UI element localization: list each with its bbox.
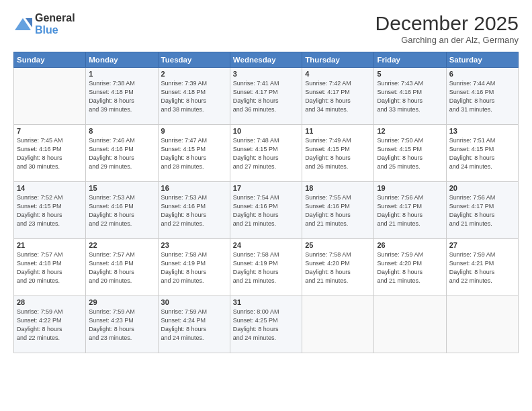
day-info-line: Sunrise: 7:55 AM xyxy=(305,193,371,202)
day-info-line: Sunset: 4:15 PM xyxy=(161,145,227,154)
calendar-cell: 10Sunrise: 7:48 AMSunset: 4:15 PMDayligh… xyxy=(230,125,302,182)
day-info-line: and 24 minutes. xyxy=(449,163,515,171)
day-info-line: and 20 minutes. xyxy=(17,277,83,285)
day-info-line: Daylight: 8 hours xyxy=(89,325,154,334)
calendar-cell: 12Sunrise: 7:50 AMSunset: 4:15 PMDayligh… xyxy=(374,125,446,182)
day-number: 22 xyxy=(89,241,154,249)
day-number: 12 xyxy=(377,127,443,135)
day-info-line: and 36 minutes. xyxy=(233,105,299,114)
title-block: December 2025 Garching an der Alz, Germa… xyxy=(375,12,519,45)
day-info-line: Sunrise: 7:53 AM xyxy=(89,193,154,202)
calendar-cell: 9Sunrise: 7:47 AMSunset: 4:15 PMDaylight… xyxy=(158,125,230,182)
day-info: Sunrise: 7:48 AMSunset: 4:15 PMDaylight:… xyxy=(233,136,299,171)
day-info-line: Sunrise: 7:53 AM xyxy=(161,193,227,202)
day-info-line: Sunrise: 7:58 AM xyxy=(161,250,227,259)
day-info-line: and 21 minutes. xyxy=(305,277,371,285)
day-info-line: Sunset: 4:16 PM xyxy=(161,202,227,211)
day-info-line: Sunrise: 7:59 AM xyxy=(17,308,83,316)
day-info-line: Sunset: 4:16 PM xyxy=(305,202,371,211)
day-number: 10 xyxy=(233,127,299,135)
day-info-line: Daylight: 8 hours xyxy=(449,268,515,277)
day-info-line: and 34 minutes. xyxy=(305,105,371,114)
day-info-line: Sunset: 4:15 PM xyxy=(305,145,371,154)
calendar-cell: 15Sunrise: 7:53 AMSunset: 4:16 PMDayligh… xyxy=(86,182,158,239)
day-info-line: Sunrise: 7:56 AM xyxy=(449,193,515,202)
day-info-line: Sunset: 4:18 PM xyxy=(17,259,83,268)
day-info-line: Sunrise: 7:44 AM xyxy=(449,79,515,88)
day-info-line: Sunrise: 7:46 AM xyxy=(89,136,154,145)
day-info-line: Daylight: 8 hours xyxy=(17,268,83,277)
calendar-cell: 23Sunrise: 7:58 AMSunset: 4:19 PMDayligh… xyxy=(158,239,230,296)
col-header-monday: Monday xyxy=(86,52,158,68)
day-info-line: Sunrise: 7:50 AM xyxy=(377,136,443,145)
day-info-line: Daylight: 8 hours xyxy=(305,97,371,105)
day-info-line: Sunrise: 7:56 AM xyxy=(377,193,443,202)
day-info-line: and 38 minutes. xyxy=(161,105,227,114)
day-info-line: Sunrise: 7:39 AM xyxy=(161,79,227,88)
day-info-line: Sunrise: 7:59 AM xyxy=(161,308,227,316)
day-info-line: Sunrise: 7:42 AM xyxy=(305,79,371,88)
day-number: 11 xyxy=(305,127,371,135)
day-number: 7 xyxy=(17,127,83,135)
day-info-line: and 33 minutes. xyxy=(377,105,443,114)
week-row-3: 21Sunrise: 7:57 AMSunset: 4:18 PMDayligh… xyxy=(14,239,519,296)
calendar-table: SundayMondayTuesdayWednesdayThursdayFrid… xyxy=(13,52,519,353)
day-info-line: and 39 minutes. xyxy=(89,105,154,114)
day-info-line: Daylight: 8 hours xyxy=(161,325,227,334)
day-info: Sunrise: 7:55 AMSunset: 4:16 PMDaylight:… xyxy=(305,193,371,228)
col-header-wednesday: Wednesday xyxy=(230,52,302,68)
day-number: 17 xyxy=(233,184,299,192)
calendar-cell: 25Sunrise: 7:58 AMSunset: 4:20 PMDayligh… xyxy=(302,239,374,296)
day-number: 18 xyxy=(305,184,371,192)
calendar-cell: 5Sunrise: 7:43 AMSunset: 4:16 PMDaylight… xyxy=(374,68,446,125)
calendar-cell xyxy=(446,296,518,353)
day-info: Sunrise: 7:59 AMSunset: 4:24 PMDaylight:… xyxy=(161,308,227,342)
logo-text: General Blue xyxy=(35,12,75,36)
day-number: 26 xyxy=(377,241,443,249)
day-number: 4 xyxy=(305,70,371,78)
day-info-line: Sunset: 4:23 PM xyxy=(89,316,154,325)
day-info-line: Daylight: 8 hours xyxy=(449,211,515,220)
day-info-line: and 28 minutes. xyxy=(161,163,227,171)
calendar-cell: 16Sunrise: 7:53 AMSunset: 4:16 PMDayligh… xyxy=(158,182,230,239)
day-number: 6 xyxy=(449,70,515,78)
day-info-line: Sunrise: 7:38 AM xyxy=(89,79,154,88)
day-info: Sunrise: 8:00 AMSunset: 4:25 PMDaylight:… xyxy=(233,308,299,342)
day-info-line: Daylight: 8 hours xyxy=(377,97,443,105)
day-info-line: Sunrise: 7:59 AM xyxy=(89,308,154,316)
day-info-line: Sunset: 4:22 PM xyxy=(17,316,83,325)
day-number: 2 xyxy=(161,70,227,78)
day-info: Sunrise: 7:49 AMSunset: 4:15 PMDaylight:… xyxy=(305,136,371,171)
day-info: Sunrise: 7:57 AMSunset: 4:18 PMDaylight:… xyxy=(17,250,83,285)
calendar-cell: 1Sunrise: 7:38 AMSunset: 4:18 PMDaylight… xyxy=(86,68,158,125)
col-header-tuesday: Tuesday xyxy=(158,52,230,68)
calendar-header-row: SundayMondayTuesdayWednesdayThursdayFrid… xyxy=(14,52,519,68)
day-info-line: Sunrise: 7:59 AM xyxy=(449,250,515,259)
day-info-line: Sunrise: 7:47 AM xyxy=(161,136,227,145)
day-info-line: Sunrise: 7:52 AM xyxy=(17,193,83,202)
day-number: 13 xyxy=(449,127,515,135)
calendar-cell: 4Sunrise: 7:42 AMSunset: 4:17 PMDaylight… xyxy=(302,68,374,125)
day-info-line: Sunset: 4:20 PM xyxy=(305,259,371,268)
day-info-line: Sunrise: 7:43 AM xyxy=(377,79,443,88)
day-info: Sunrise: 7:39 AMSunset: 4:18 PMDaylight:… xyxy=(161,79,227,114)
day-info: Sunrise: 7:59 AMSunset: 4:23 PMDaylight:… xyxy=(89,308,154,342)
calendar-cell: 2Sunrise: 7:39 AMSunset: 4:18 PMDaylight… xyxy=(158,68,230,125)
day-info-line: Daylight: 8 hours xyxy=(305,154,371,163)
day-info-line: Sunset: 4:21 PM xyxy=(449,259,515,268)
day-number: 21 xyxy=(17,241,83,249)
day-info-line: Daylight: 8 hours xyxy=(377,268,443,277)
day-info-line: Sunrise: 7:41 AM xyxy=(233,79,299,88)
day-info-line: Daylight: 8 hours xyxy=(449,154,515,163)
day-info-line: and 21 minutes. xyxy=(377,277,443,285)
day-info: Sunrise: 7:41 AMSunset: 4:17 PMDaylight:… xyxy=(233,79,299,114)
day-info-line: Sunset: 4:16 PM xyxy=(89,202,154,211)
day-info-line: Sunset: 4:15 PM xyxy=(377,145,443,154)
day-info-line: Sunset: 4:18 PM xyxy=(161,88,227,97)
calendar-cell: 8Sunrise: 7:46 AMSunset: 4:16 PMDaylight… xyxy=(86,125,158,182)
calendar-cell xyxy=(14,68,86,125)
day-number: 14 xyxy=(17,184,83,192)
month-title: December 2025 xyxy=(375,12,519,35)
col-header-saturday: Saturday xyxy=(446,52,518,68)
day-info-line: Sunset: 4:17 PM xyxy=(305,88,371,97)
